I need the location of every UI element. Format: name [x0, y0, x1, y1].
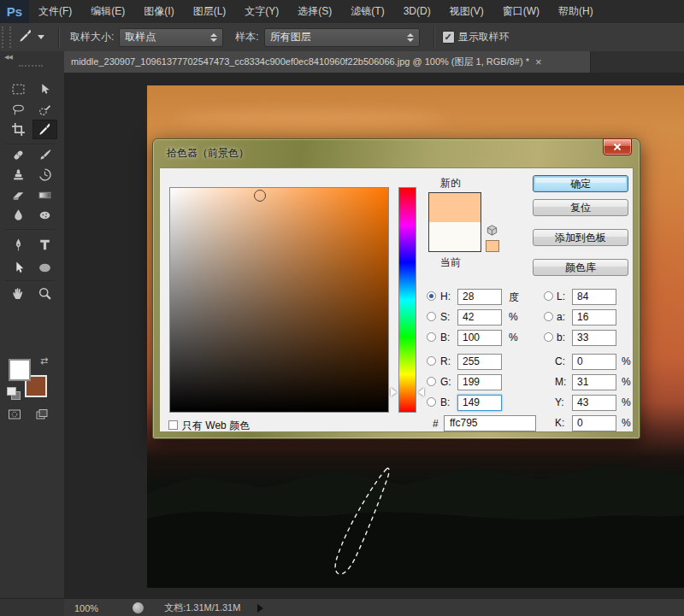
sample-size-dropdown[interactable]: 取样点	[119, 28, 223, 47]
tool-pen[interactable]	[6, 235, 31, 255]
default-colors-icon[interactable]	[7, 387, 21, 399]
r-input[interactable]: 255	[457, 354, 502, 370]
lab-b-input[interactable]: 33	[572, 330, 616, 346]
options-separator	[433, 27, 435, 48]
tool-quick-selection[interactable]	[32, 100, 57, 120]
b2-input[interactable]: 149	[457, 395, 502, 411]
l-input[interactable]: 84	[572, 289, 616, 305]
tool-blur[interactable]	[6, 205, 31, 225]
color-libraries-button[interactable]: 颜色库	[533, 259, 628, 276]
brush-icon	[44, 150, 51, 157]
web-colors-only-checkbox[interactable]	[168, 420, 178, 430]
b-radio[interactable]	[427, 332, 436, 342]
menu-edit[interactable]: 编辑(E)	[81, 0, 134, 23]
tool-crop[interactable]	[6, 120, 31, 139]
tool-eraser[interactable]	[6, 185, 31, 205]
g-input[interactable]: 199	[457, 374, 502, 390]
c-input[interactable]: 0	[572, 354, 616, 370]
adobe-drive-icon[interactable]	[133, 602, 144, 613]
foreground-color-swatch[interactable]	[9, 359, 31, 381]
y-unit: %	[622, 396, 631, 408]
reset-button[interactable]: 复位	[533, 199, 628, 216]
status-menu-arrow-icon[interactable]	[257, 604, 263, 613]
menu-layer[interactable]: 图层(L)	[184, 0, 236, 23]
add-to-swatches-button[interactable]: 添加到色板	[533, 229, 628, 246]
a-label: a:	[557, 311, 565, 323]
menu-3d[interactable]: 3D(D)	[394, 0, 440, 23]
updown-arrows-icon	[407, 33, 414, 42]
options-gripper[interactable]	[2, 26, 11, 48]
h-radio[interactable]	[427, 291, 436, 301]
tool-spot-healing-brush[interactable]	[6, 145, 31, 165]
m-input[interactable]: 31	[572, 374, 616, 390]
tool-clone-stamp[interactable]	[6, 165, 31, 185]
tool-eyedropper-active[interactable]	[32, 120, 57, 139]
tool-lasso[interactable]	[6, 100, 31, 120]
menu-view[interactable]: 视图(V)	[440, 0, 493, 23]
zoom-level-field[interactable]: 100%	[74, 603, 98, 613]
new-color-label: 新的	[440, 176, 461, 191]
hue-slider[interactable]	[398, 187, 416, 413]
ok-button[interactable]: 确定	[533, 175, 628, 192]
sample-size-label: 取样大小:	[70, 30, 114, 44]
y-input[interactable]: 43	[572, 395, 616, 411]
tool-rectangular-marquee[interactable]	[6, 79, 31, 99]
menu-window[interactable]: 窗口(W)	[493, 0, 549, 23]
l-radio[interactable]	[544, 291, 553, 301]
s-radio[interactable]	[427, 312, 436, 321]
color-field-picker-ring[interactable]	[254, 190, 266, 202]
collapse-panel-icon[interactable]: ◀◀	[4, 54, 12, 61]
tool-preset-picker[interactable]	[18, 28, 44, 47]
cloud-streak	[173, 109, 446, 126]
tool-hand[interactable]	[6, 284, 31, 303]
tool-gradient[interactable]	[32, 185, 57, 205]
saturation-brightness-field[interactable]	[169, 187, 389, 413]
b2-radio[interactable]	[427, 397, 436, 407]
show-sampling-ring-checkbox[interactable]: ✓	[442, 31, 455, 44]
tool-path-selection[interactable]	[6, 258, 31, 278]
a-radio[interactable]	[544, 312, 553, 321]
menu-filter[interactable]: 滤镜(T)	[341, 0, 393, 23]
b-input[interactable]: 100	[457, 330, 502, 346]
tool-type[interactable]	[32, 235, 57, 255]
hex-input[interactable]: ffc795	[444, 415, 536, 431]
menu-select[interactable]: 选择(S)	[288, 0, 341, 23]
tab-close-icon[interactable]: ×	[535, 56, 542, 68]
menu-file[interactable]: 文件(F)	[29, 0, 81, 23]
web-safe-color-swatch[interactable]	[486, 240, 499, 252]
menu-image[interactable]: 图像(I)	[134, 0, 183, 23]
hand-icon	[13, 288, 22, 299]
tool-ellipse-shape[interactable]	[32, 258, 57, 278]
hue-slider-left-arrow[interactable]	[391, 388, 397, 396]
panel-gripper[interactable]	[19, 65, 43, 67]
tool-options-bar: 取样大小: 取样点 样本: 所有图层 ✓ 显示取样环	[0, 23, 684, 52]
a-input[interactable]: 16	[572, 309, 616, 326]
menu-type[interactable]: 文字(Y)	[235, 0, 288, 23]
quick-mask-button[interactable]	[4, 406, 25, 423]
close-icon	[613, 143, 622, 151]
tool-brush[interactable]	[32, 145, 57, 165]
s-input[interactable]: 42	[457, 309, 502, 326]
screen-mode-button[interactable]	[31, 406, 53, 423]
menu-help[interactable]: 帮助(H)	[549, 0, 603, 23]
dialog-close-button[interactable]	[603, 138, 632, 155]
tool-sponge[interactable]	[32, 205, 57, 225]
r-radio[interactable]	[427, 356, 436, 366]
tool-history-brush[interactable]	[32, 165, 57, 185]
y-label: Y:	[555, 396, 564, 408]
lab-b-radio[interactable]	[544, 332, 553, 342]
h-input[interactable]: 28	[457, 289, 502, 305]
sample-dropdown[interactable]: 所有图层	[264, 28, 420, 47]
document-tab[interactable]: middle_230907_10961377702547473_cc8334c9…	[64, 51, 591, 73]
b-unit: %	[509, 331, 518, 343]
swap-colors-icon[interactable]: ⇄	[40, 355, 48, 367]
g-radio[interactable]	[427, 377, 436, 386]
blur-drop-icon	[15, 209, 22, 220]
spot-healing-icon	[17, 154, 19, 155]
tool-zoom[interactable]	[32, 284, 57, 303]
menu-bar: Ps 文件(F) 编辑(E) 图像(I) 图层(L) 文字(Y) 选择(S) 滤…	[0, 0, 684, 24]
hue-slider-right-arrow[interactable]	[418, 388, 424, 396]
k-input[interactable]: 0	[572, 415, 616, 431]
tool-move[interactable]	[32, 79, 57, 99]
web-safe-cube-icon[interactable]	[486, 224, 498, 240]
